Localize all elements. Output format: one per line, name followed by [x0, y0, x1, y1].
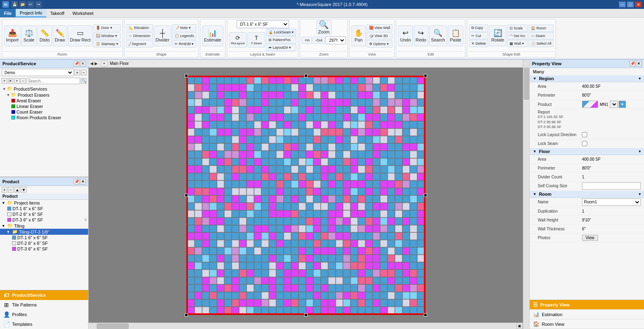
v-scrollbar-thumb[interactable]	[524, 68, 529, 100]
view-wall-button[interactable]: 🧱 View Wall	[367, 24, 393, 31]
list-item[interactable]: DT-1 6" x 6" SF	[0, 235, 88, 240]
lock-seam-checkbox[interactable]	[582, 141, 587, 146]
seam-shape-button[interactable]: ― Seam	[528, 32, 554, 39]
remove-button[interactable]: −	[81, 70, 87, 75]
dimension-button[interactable]: ↔ Dimension	[126, 32, 153, 39]
handle-top-right[interactable]	[424, 74, 427, 77]
list-item[interactable]: ▼ 📁 Product Erasers	[1, 92, 87, 98]
redo-button[interactable]: ↪ Redo	[414, 25, 428, 46]
layoutdir-button[interactable]: ➡ LayoutDir ▾	[266, 44, 297, 51]
handle-bottom-left[interactable]	[185, 313, 188, 317]
demo-dropdown[interactable]: Demo	[2, 69, 74, 76]
disto-button[interactable]: 📏 Disto	[37, 25, 52, 46]
handle-top-center[interactable]	[304, 74, 308, 77]
restore-button[interactable]: □	[627, 2, 634, 7]
menu-project-info[interactable]: Project Info	[16, 9, 46, 17]
product-up-button[interactable]: ▲	[14, 187, 20, 192]
product-remove-button[interactable]: −	[8, 187, 14, 192]
relayout-button[interactable]: ⟳ ReLayout	[229, 32, 247, 48]
h-scrollbar-thumb[interactable]	[97, 323, 129, 329]
list-item[interactable]: DT-2 6" x 6" SF	[0, 211, 88, 217]
zoom-dropdown[interactable]: 297%	[326, 36, 346, 44]
rmedit-button[interactable]: ✏ RmEdit ▾	[172, 40, 196, 48]
scale-shape-button[interactable]: ⊡ Scale	[507, 25, 528, 32]
sidebar-item-templates[interactable]: 📄 Templates	[0, 319, 88, 329]
tree-add-button[interactable]: +	[2, 78, 7, 84]
toolbar-icon-4[interactable]: ↪	[35, 1, 42, 8]
cut-button[interactable]: ✂ Cut	[469, 32, 489, 39]
door-button[interactable]: 🚪 Door ▾	[93, 24, 121, 31]
rotate-button[interactable]: 🔄 Rotate	[489, 25, 506, 46]
search-button[interactable]: 🔍 Search	[429, 25, 447, 46]
window-button[interactable]: 🪟 Window ▾	[93, 32, 121, 39]
delete-button[interactable]: ✕ Delete	[469, 40, 489, 47]
out-button[interactable]: -Out	[313, 37, 325, 44]
v-scrollbar[interactable]	[523, 60, 529, 329]
tree-up-button[interactable]: +	[14, 78, 20, 84]
tab-room-view[interactable]: 🏠 Room View	[530, 319, 644, 329]
add-product-button[interactable]: +	[619, 101, 626, 108]
tile-canvas[interactable]	[186, 76, 425, 315]
room-shape-button[interactable]: 🏠 Room	[528, 25, 554, 32]
set-arc-button[interactable]: ◠ Set Arc	[507, 32, 528, 39]
product-color-swatch[interactable]	[582, 101, 598, 108]
handle-mid-left[interactable]	[185, 194, 188, 197]
tab-estimation[interactable]: 📊 Estimation	[530, 310, 644, 319]
product-dropdown[interactable]: DT-1 6" x 6" SF	[237, 20, 289, 28]
toolbar-icon-2[interactable]: 📂	[19, 1, 26, 8]
photos-view-button[interactable]: View	[582, 235, 598, 241]
sidebar-item-product-service[interactable]: 🏷 Product/Service	[0, 290, 88, 300]
pan-button[interactable]: ✋ Pan	[351, 25, 366, 46]
elevation-button[interactable]: 📐 Elevation	[126, 24, 153, 31]
tree-remove-button[interactable]: ✕	[8, 78, 14, 84]
import-button[interactable]: 📥 Import	[4, 25, 21, 46]
list-item[interactable]: Linear Eraser	[1, 103, 87, 109]
view-3d-button[interactable]: 🎲 View 3D	[367, 32, 393, 39]
canvas-add-floor-button[interactable]: +	[101, 60, 107, 66]
lockseam-button[interactable]: 🔒 LockSeam ▾	[266, 29, 297, 36]
list-item[interactable]: Count Eraser	[1, 109, 87, 115]
scale-button[interactable]: ⚖️ Scale	[21, 25, 37, 46]
product-select[interactable]	[610, 101, 618, 108]
tab-property-view[interactable]: ☰ Property View	[530, 300, 644, 310]
handle-top-left[interactable]	[185, 74, 188, 77]
note-button[interactable]: 📝 Note ▾	[172, 24, 196, 31]
wall-button[interactable]: ▩ Wall ▾	[507, 40, 528, 47]
prop-close-button[interactable]: ✕	[636, 61, 642, 66]
options-button[interactable]: ⚙ Options ▾	[367, 40, 393, 48]
estimate-button[interactable]: 📊 Estimate	[202, 25, 223, 46]
pin-button[interactable]: 📌	[74, 61, 79, 66]
close-product-panel-button[interactable]: ✕	[80, 179, 86, 184]
room-section-header[interactable]: ▼ Room ▾	[530, 191, 644, 198]
draw-button[interactable]: ✏️ Draw	[53, 25, 67, 46]
list-item[interactable]: ▼ 📁 Tiling-DT-3 1/8"	[0, 229, 88, 235]
handle-mid-right[interactable]	[424, 194, 427, 197]
list-item[interactable]: ▼ 📁 Project Items	[0, 200, 88, 206]
menu-file[interactable]: File	[0, 9, 16, 17]
undo-button[interactable]: ↩ Undo	[398, 25, 413, 46]
room-name-select[interactable]: Room1	[582, 199, 641, 206]
minimize-button[interactable]: ─	[619, 2, 625, 7]
list-item[interactable]: DT-2 6" x 6" SF	[0, 240, 88, 246]
in-button[interactable]: +In	[302, 37, 312, 44]
list-item[interactable]: DT-3 6" x 6" SF 9	[0, 217, 88, 223]
pin-button-2[interactable]: 📌	[74, 179, 79, 184]
add-button[interactable]: +	[74, 70, 80, 75]
region-section-header[interactable]: ▼ Region ▾	[530, 75, 644, 82]
tree-search-go[interactable]: 🔍	[81, 78, 87, 84]
menu-takeoff[interactable]: Takeoff	[46, 9, 68, 17]
segment-button[interactable]: ╱ Segment	[126, 40, 153, 48]
toolbar-icon-3[interactable]: ↩	[27, 1, 34, 8]
close-button[interactable]: ✕	[635, 2, 642, 7]
h-scrollbar[interactable]	[89, 323, 516, 329]
stairway-button[interactable]: 🪜 Stairway ▾	[93, 40, 121, 48]
legends-button[interactable]: 📋 Legends	[172, 32, 196, 39]
floor-section-header[interactable]: ▼ Floor ▾	[530, 148, 644, 155]
lock-layout-direction-checkbox[interactable]	[582, 132, 587, 137]
patternpos-button[interactable]: ⊞ PatternPos	[266, 36, 297, 43]
scroll-corner[interactable]: ▣	[516, 323, 523, 329]
close-panel-button[interactable]: ✕	[80, 61, 86, 66]
list-item[interactable]: Room Products Eraser	[1, 115, 87, 120]
self-coving-input[interactable]	[582, 182, 641, 190]
prop-pin-button[interactable]: 📌	[630, 61, 635, 66]
